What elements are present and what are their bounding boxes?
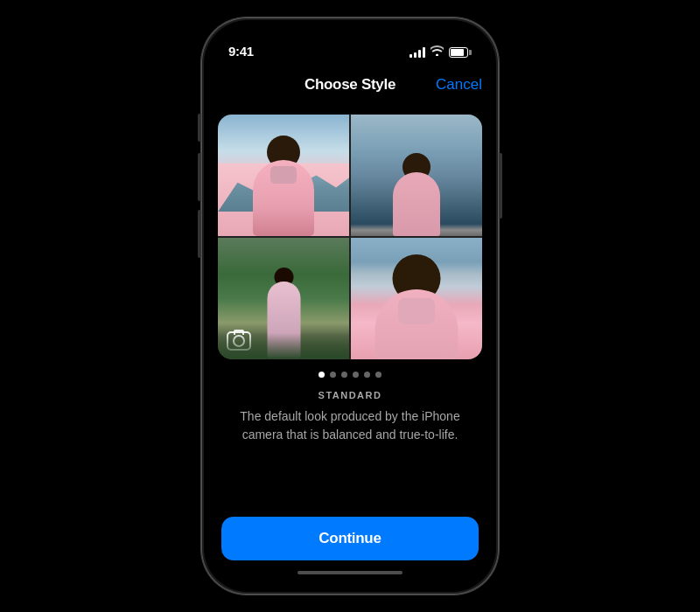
battery-icon	[449, 47, 472, 58]
nav-title: Choose Style	[304, 76, 396, 94]
style-name: STANDARD	[318, 390, 382, 400]
page-indicators	[318, 372, 382, 378]
volume-down-button[interactable]	[198, 210, 201, 258]
signal-icon	[410, 47, 425, 58]
photo-cell-2	[351, 115, 482, 236]
style-description: The default look produced by the iPhone …	[218, 407, 482, 444]
main-content: STANDARD The default look produced by th…	[204, 104, 496, 503]
continue-button[interactable]: Continue	[221, 517, 479, 560]
page-dot-2[interactable]	[330, 372, 336, 378]
status-time: 9:41	[228, 44, 254, 59]
phone-device: 9:41	[201, 17, 499, 595]
page-dot-4[interactable]	[353, 372, 359, 378]
page-dot-3[interactable]	[341, 372, 347, 378]
page-dot-6[interactable]	[375, 372, 382, 378]
navigation-bar: Choose Style Cancel	[204, 66, 496, 104]
photo-cell-3	[218, 238, 349, 359]
photo-grid	[218, 115, 482, 359]
home-indicator	[298, 571, 402, 574]
cancel-button[interactable]: Cancel	[436, 76, 482, 94]
page-dot-5[interactable]	[364, 372, 370, 378]
volume-up-button[interactable]	[198, 153, 201, 201]
page-dot-1[interactable]	[318, 372, 325, 378]
photo-cell-4	[351, 238, 482, 359]
status-icons	[410, 45, 472, 59]
bottom-area: Continue	[204, 503, 496, 592]
dynamic-island	[311, 31, 389, 55]
wifi-icon	[430, 45, 444, 59]
mute-button[interactable]	[198, 114, 201, 142]
photo-cell-1	[218, 115, 349, 236]
phone-screen: 9:41	[204, 20, 496, 592]
power-button[interactable]	[499, 153, 502, 219]
